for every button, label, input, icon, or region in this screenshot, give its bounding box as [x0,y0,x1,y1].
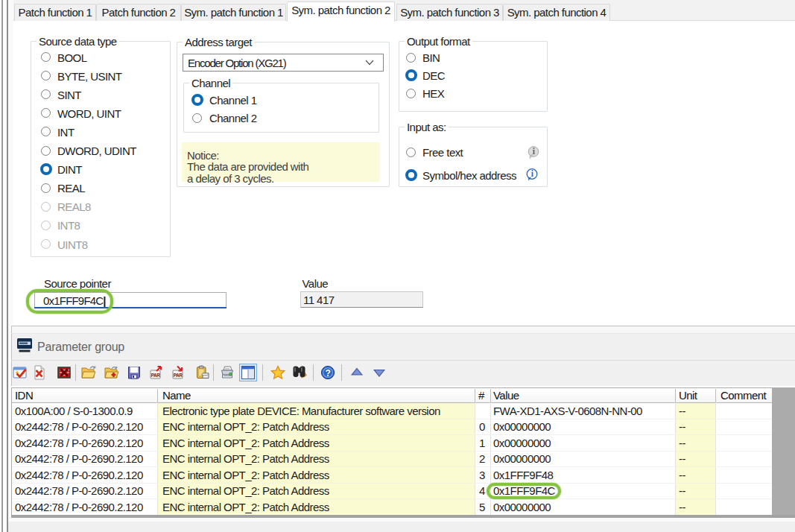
svg-text:?: ? [326,368,331,379]
svg-text:PAR: PAR [174,373,183,378]
svg-text:PAR: PAR [151,373,160,378]
